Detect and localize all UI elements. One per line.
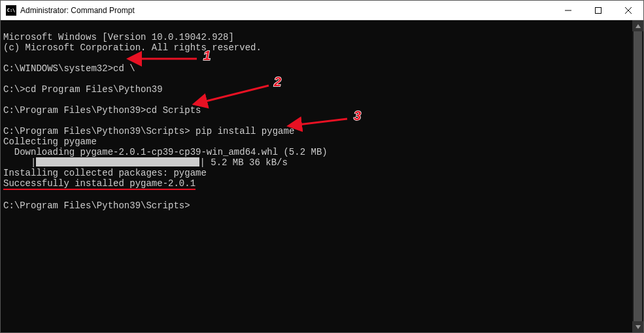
prompt-3: C:\Program Files\Python39> <box>3 105 146 116</box>
annotation-label-3: 3 <box>354 110 361 121</box>
cmd-2: cd Program Files\Python39 <box>25 84 163 95</box>
command-prompt-window: C:\ Administrator: Command Prompt Micros… <box>0 0 644 333</box>
prompt-4: C:\Program Files\Python39\Scripts> <box>3 126 190 136</box>
prompt-2: C:\> <box>3 84 25 95</box>
minimize-button[interactable] <box>553 1 583 20</box>
out-progress-suffix: | 5.2 MB 36 kB/s <box>199 157 287 168</box>
scrollbar[interactable] <box>632 20 643 332</box>
line-copyright: (c) Microsoft Corporation. All rights re… <box>3 42 262 53</box>
scroll-up-button[interactable] <box>632 20 643 31</box>
prompt-1: C:\WINDOWS\system32> <box>3 63 113 74</box>
out-success: Successfully installed pygame-2.0.1 <box>3 178 195 190</box>
window-controls <box>553 1 643 20</box>
titlebar[interactable]: C:\ Administrator: Command Prompt <box>1 1 643 20</box>
svg-marker-9 <box>636 325 641 329</box>
maximize-button[interactable] <box>583 1 613 20</box>
cmd-3: cd Scripts <box>146 105 201 116</box>
scroll-down-button[interactable] <box>632 321 643 332</box>
prompt-5: C:\Program Files\Python39\Scripts> <box>3 200 190 211</box>
line-version: Microsoft Windows [Version 10.0.19042.92… <box>3 32 234 42</box>
annotation-label-2: 2 <box>274 76 281 87</box>
progress-bar <box>36 157 199 166</box>
maximize-icon <box>595 7 602 14</box>
chevron-down-icon <box>636 325 641 329</box>
chevron-up-icon <box>636 24 641 28</box>
svg-marker-8 <box>636 24 641 28</box>
cmd-1: cd \ <box>113 63 135 74</box>
svg-line-7 <box>298 119 347 125</box>
close-icon <box>625 7 632 14</box>
svg-rect-1 <box>596 7 602 13</box>
out-downloading: Downloading pygame-2.0.1-cp39-cp39-win_a… <box>3 147 328 157</box>
cmd-4: pip install pygame <box>190 126 295 136</box>
cmd-icon: C:\ <box>6 5 16 16</box>
close-button[interactable] <box>613 1 643 20</box>
svg-line-6 <box>203 86 269 102</box>
out-progress-prefix: | <box>3 157 36 168</box>
scroll-track[interactable] <box>632 31 643 321</box>
out-collecting: Collecting pygame <box>3 136 97 147</box>
window-title: Administrator: Command Prompt <box>20 6 135 15</box>
scroll-thumb[interactable] <box>634 31 642 321</box>
terminal-area: Microsoft Windows [Version 10.0.19042.92… <box>1 20 643 332</box>
out-installing: Installing collected packages: pygame <box>3 168 207 178</box>
terminal-output[interactable]: Microsoft Windows [Version 10.0.19042.92… <box>1 20 632 332</box>
minimize-icon <box>565 7 571 14</box>
